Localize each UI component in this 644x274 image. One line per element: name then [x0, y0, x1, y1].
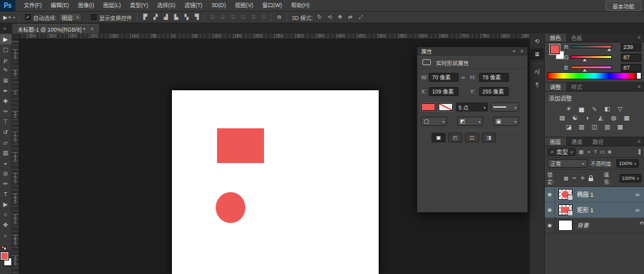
distribute-bottom-edges-icon[interactable]: ☲	[229, 13, 237, 21]
black-white-icon[interactable]: ◐	[583, 113, 593, 122]
color-spectrum-ramp[interactable]	[547, 72, 641, 79]
subtract-front-shape-icon[interactable]: ◰	[448, 133, 462, 142]
menu-item[interactable]: 编辑(E)	[46, 0, 73, 11]
filter-pixel-layers-icon[interactable]: ▦	[578, 148, 585, 156]
panel-tab[interactable]: 色板	[566, 34, 587, 42]
horizontal-ruler[interactable]: 3503002502001501005005010015020025030035…	[12, 34, 544, 39]
brightness-contrast-icon[interactable]: ☀	[564, 104, 574, 113]
menu-item[interactable]: 选择(S)	[153, 0, 180, 11]
invert-icon[interactable]: ◪	[564, 122, 574, 131]
ellipse-tool[interactable]: ○	[0, 210, 12, 220]
filter-type-layers-icon[interactable]: T	[592, 148, 599, 156]
vibrance-icon[interactable]: ▽	[616, 104, 625, 113]
auto-select-target-dropdown[interactable]: 图层 ▾	[59, 13, 82, 21]
properties-panel-header[interactable]: 属性 » ≡	[417, 47, 527, 55]
lasso-tool[interactable]: ℘	[0, 55, 12, 65]
spot-healing-brush-tool[interactable]: ✚	[0, 96, 12, 106]
filter-adjustment-layers-icon[interactable]: ◑	[585, 148, 592, 156]
align-horizontal-centers-icon[interactable]: ▚	[182, 13, 191, 21]
paragraph-panel-icon[interactable]: ¶	[531, 79, 544, 90]
menu-item[interactable]: 滤镜(T)	[180, 0, 207, 11]
collapse-panel-icon[interactable]: »	[513, 48, 515, 54]
3d-zoom-camera-icon[interactable]: ⤢	[357, 13, 365, 21]
align-top-edges-icon[interactable]: ▛	[141, 13, 149, 21]
intersect-shapes-icon[interactable]: ◫	[465, 133, 479, 142]
slider-thumb[interactable]	[583, 59, 587, 61]
distribute-top-edges-icon[interactable]: ☰	[208, 13, 216, 21]
hand-tool[interactable]: ✥	[0, 220, 12, 230]
layer-thumbnail[interactable]	[559, 190, 572, 199]
curves-icon[interactable]: ∿	[590, 104, 600, 113]
red-ellipse-shape[interactable]	[216, 192, 245, 223]
distribute-right-edges-icon[interactable]: ☵	[260, 13, 268, 21]
layer-visibility-eye-icon[interactable]: ◉	[545, 218, 555, 233]
filter-shape-layers-icon[interactable]: ▭	[599, 148, 606, 156]
crop-tool[interactable]: ⊞	[0, 75, 12, 86]
fill-color-swatch[interactable]	[421, 103, 435, 111]
blur-tool[interactable]: ◒	[0, 158, 12, 168]
panel-tab[interactable]: 路径	[587, 137, 609, 146]
show-transform-controls-checkbox[interactable]	[91, 14, 97, 20]
history-brush-tool[interactable]: ↺	[0, 127, 12, 137]
layer-name[interactable]: 背景	[577, 221, 589, 230]
type-tool[interactable]: T	[0, 189, 12, 199]
menu-item[interactable]: 帮助(H)	[287, 0, 314, 11]
blue-channel-value[interactable]: 87	[621, 64, 641, 72]
slider-thumb[interactable]	[607, 48, 611, 51]
menu-item[interactable]: 窗口(W)	[258, 0, 287, 11]
menu-item[interactable]: 图层(L)	[99, 0, 125, 11]
3d-pan-camera-icon[interactable]: ✥	[336, 13, 345, 21]
layer-thumbnail[interactable]	[559, 220, 572, 230]
document-tab[interactable]: 未标题-1 @ 100%(RGB/8) * ×	[12, 24, 99, 34]
slider-thumb[interactable]	[583, 69, 587, 72]
stroke-width-field[interactable]: 5 点 ▾	[456, 103, 488, 112]
color-lookup-icon[interactable]: ▦	[622, 113, 632, 122]
stroke-corner-select[interactable]: ▣▾	[493, 117, 519, 126]
clone-stamp-tool[interactable]: ⊤	[0, 117, 12, 127]
current-tool-badge[interactable]: ▶ ✛ ▾	[3, 14, 15, 21]
workspace-switcher-button[interactable]: 基本功能	[605, 1, 641, 11]
pen-tool[interactable]: ✏	[0, 179, 12, 189]
panel-tab[interactable]: 颜色	[545, 34, 566, 42]
opacity-field[interactable]: 100% ▾	[616, 159, 638, 168]
layer-visibility-eye-icon[interactable]: ◉	[545, 187, 555, 202]
hue-saturation-icon[interactable]: ▤	[558, 113, 567, 122]
x-field[interactable]: 109 像素	[429, 87, 459, 96]
fill-field[interactable]: 100% ▾	[620, 174, 641, 182]
stroke-type-dropdown[interactable]: ▾	[491, 103, 519, 112]
brush-tool[interactable]: ✑	[0, 106, 12, 117]
y-field[interactable]: 255 像素	[479, 87, 509, 96]
panel-menu-icon[interactable]: ≡	[638, 34, 644, 43]
red-rectangle-shape[interactable]	[217, 128, 264, 163]
threshold-icon[interactable]: ◫	[590, 122, 600, 131]
3d-slide-camera-icon[interactable]: ⇄	[346, 13, 355, 21]
矩形 1[interactable]: ◉ 矩形 1 ∞	[545, 202, 644, 218]
menu-item[interactable]: 3D(D)	[207, 0, 231, 11]
photo-filter-icon[interactable]: ◭	[596, 113, 606, 122]
layer-thumbnail[interactable]	[559, 205, 572, 215]
exposure-icon[interactable]: ◧	[603, 104, 612, 113]
foreground-color-swatch[interactable]	[1, 252, 8, 260]
align-vertical-centers-icon[interactable]: ▞	[151, 13, 160, 21]
auto-align-layers-icon[interactable]: ⧉	[275, 13, 283, 21]
default-colors-icon[interactable]	[1, 246, 7, 250]
3d-rotate-camera-icon[interactable]: ↻	[316, 13, 324, 21]
distribute-left-edges-icon[interactable]: ☳	[239, 13, 247, 21]
align-right-edges-icon[interactable]: ▜	[193, 13, 201, 21]
history-panel-icon[interactable]: ⟲	[531, 35, 544, 47]
distribute-vertical-centers-icon[interactable]: ☱	[218, 13, 227, 21]
3d-roll-camera-icon[interactable]: ⟲	[326, 13, 334, 21]
panel-menu-icon[interactable]: ≡	[520, 48, 524, 54]
auto-select-checkbox[interactable]: ✓	[25, 14, 31, 20]
move-tool[interactable]: ▶	[0, 34, 12, 44]
color-balance-icon[interactable]: ☯	[571, 113, 580, 122]
lock-transparent-pixels-icon[interactable]: ▦	[563, 175, 569, 181]
menu-item[interactable]: 视图(V)	[231, 0, 258, 11]
distribute-horizontal-centers-icon[interactable]: ☴	[249, 13, 258, 21]
panel-menu-icon[interactable]: ≡	[638, 83, 644, 92]
zoom-tool[interactable]: ⌕	[0, 230, 12, 240]
dodge-tool[interactable]: ◎	[0, 168, 12, 179]
layer-filtering-toggle[interactable]	[638, 148, 641, 155]
height-field[interactable]: 78 像素	[479, 73, 509, 82]
foreground-color-swatch[interactable]	[550, 44, 560, 54]
